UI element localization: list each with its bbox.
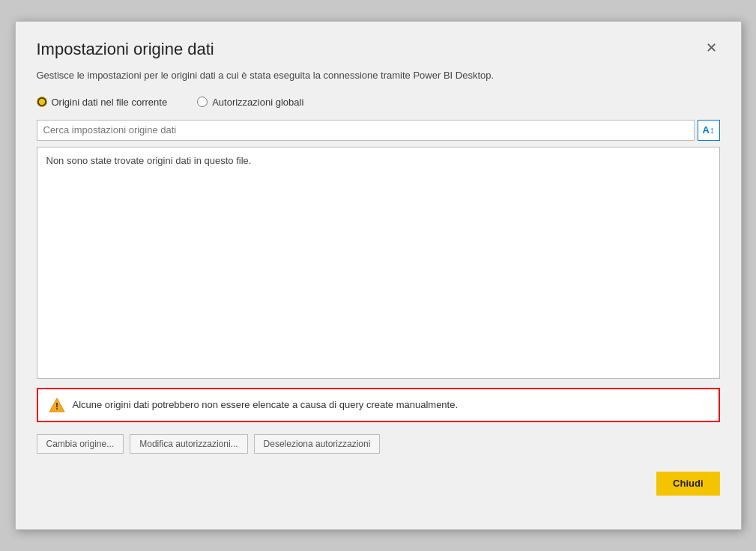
close-icon-button[interactable]: ✕ (703, 40, 720, 56)
dialog-body: Gestisce le impostazioni per le origini … (16, 68, 741, 514)
action-buttons-row: Cambia origine... Modifica autorizzazion… (37, 434, 720, 454)
radio-global-auth-input[interactable] (197, 97, 208, 107)
sort-button[interactable]: A↕ (698, 120, 720, 141)
deselect-auth-button[interactable]: Deseleziona autorizzazioni (254, 434, 381, 454)
settings-dialog: Impostazioni origine dati ✕ Gestisce le … (15, 21, 742, 530)
empty-message: Non sono state trovate origini dati in q… (46, 155, 252, 166)
data-list-area: Non sono state trovate origini dati in q… (37, 147, 720, 379)
footer-row: Chiudi (37, 472, 720, 496)
dialog-header: Impostazioni origine dati ✕ (16, 22, 741, 68)
modify-auth-button[interactable]: Modifica autorizzazioni... (130, 434, 247, 454)
warning-banner: ! Alcune origini dati potrebbero non ess… (37, 388, 720, 422)
close-icon: ✕ (706, 40, 717, 55)
svg-text:!: ! (55, 401, 58, 412)
sort-icon: A↕ (703, 125, 715, 135)
dialog-description: Gestisce le impostazioni per le origini … (37, 68, 720, 83)
radio-global-auth[interactable]: Autorizzazioni globali (197, 97, 303, 108)
search-row: A↕ (37, 120, 720, 141)
radio-current-file-input[interactable] (37, 97, 47, 107)
radio-global-auth-label: Autorizzazioni globali (212, 97, 303, 108)
close-dialog-button[interactable]: Chiudi (656, 472, 719, 496)
radio-current-file[interactable]: Origini dati nel file corrente (37, 97, 168, 108)
dialog-title: Impostazioni origine dati (37, 40, 214, 59)
warning-text: Alcune origini dati potrebbero non esser… (73, 399, 459, 410)
radio-current-file-label: Origini dati nel file corrente (52, 97, 168, 108)
search-input[interactable] (37, 120, 695, 141)
warning-icon: ! (49, 397, 65, 413)
change-source-button[interactable]: Cambia origine... (37, 434, 124, 454)
radio-group: Origini dati nel file corrente Autorizza… (37, 97, 720, 108)
